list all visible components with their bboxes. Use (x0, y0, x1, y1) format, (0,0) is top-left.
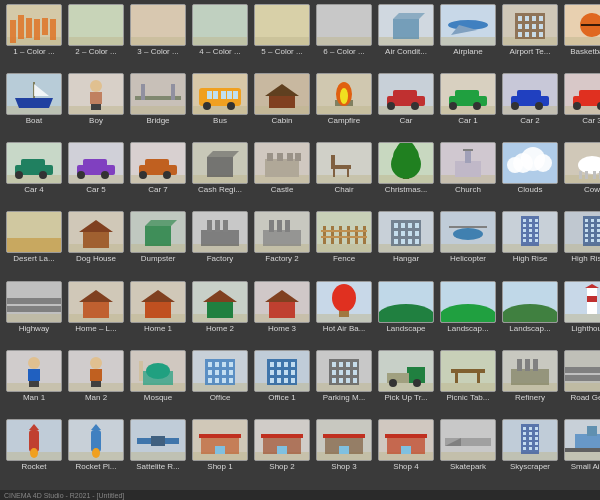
asset-item[interactable]: Home 1 (128, 281, 188, 348)
asset-item[interactable]: 5 – Color ... (252, 4, 312, 71)
svg-rect-316 (229, 362, 233, 367)
asset-item[interactable]: Clouds (500, 142, 560, 209)
asset-item[interactable]: Castle (252, 142, 312, 209)
asset-item[interactable]: Car 2 (500, 73, 560, 140)
svg-point-84 (387, 102, 395, 110)
asset-item[interactable]: Desert La... (4, 211, 64, 278)
asset-item[interactable]: Cash Regi... (190, 142, 250, 209)
svg-rect-233 (523, 239, 526, 242)
svg-rect-204 (408, 223, 412, 228)
asset-item[interactable]: 6 – Color ... (314, 4, 374, 71)
asset-item[interactable]: Helicopter (438, 211, 498, 278)
asset-item[interactable]: Cabin (252, 73, 312, 140)
asset-item[interactable]: Hot Air Ba... (314, 281, 374, 348)
asset-item[interactable]: Hangar (376, 211, 436, 278)
asset-thumbnail (192, 4, 248, 46)
asset-item[interactable]: Landscap... (438, 281, 498, 348)
asset-item[interactable]: Dumpster (128, 211, 188, 278)
svg-rect-29 (518, 16, 522, 21)
asset-label: Cow (563, 185, 600, 195)
asset-item[interactable]: Man 2 (66, 350, 126, 417)
svg-rect-33 (518, 24, 522, 29)
asset-item[interactable]: Home – L... (66, 281, 126, 348)
svg-point-90 (449, 102, 457, 110)
asset-item[interactable]: Air Condit... (376, 4, 436, 71)
asset-item[interactable]: Small Airp... (562, 419, 600, 486)
asset-item[interactable]: Shop 4 (376, 419, 436, 486)
asset-label: Airport Te... (501, 47, 559, 57)
asset-item[interactable]: Car (376, 73, 436, 140)
asset-item[interactable]: Office 1 (252, 350, 312, 417)
asset-thumbnail (440, 142, 496, 184)
asset-label: Helicopter (439, 254, 497, 264)
asset-item[interactable]: Boat (4, 73, 64, 140)
asset-item[interactable]: Highway (4, 281, 64, 348)
asset-item[interactable]: Car 3 (562, 73, 600, 140)
asset-item[interactable]: Landscap... (500, 281, 560, 348)
svg-rect-6 (42, 18, 48, 35)
asset-item[interactable]: Dog House (66, 211, 126, 278)
svg-rect-298 (28, 369, 40, 381)
asset-item[interactable]: Airplane (438, 4, 498, 71)
asset-item[interactable]: Factory 2 (252, 211, 312, 278)
asset-item[interactable]: Boy (66, 73, 126, 140)
svg-rect-187 (277, 220, 282, 232)
svg-rect-210 (394, 239, 398, 244)
asset-item[interactable]: Fence (314, 211, 374, 278)
asset-thumbnail (502, 73, 558, 115)
asset-item[interactable]: Rocket (4, 419, 64, 486)
asset-label: Office (191, 393, 249, 403)
asset-item[interactable]: Car 4 (4, 142, 64, 209)
asset-item[interactable]: Home 3 (252, 281, 312, 348)
svg-rect-107 (21, 159, 45, 167)
svg-rect-15 (255, 37, 309, 45)
asset-item[interactable]: Landscape (376, 281, 436, 348)
asset-item[interactable]: Parking M... (314, 350, 374, 417)
asset-item[interactable]: Shop 3 (314, 419, 374, 486)
asset-thumbnail (316, 419, 372, 461)
asset-item[interactable]: Church (438, 142, 498, 209)
asset-thumbnail (68, 419, 124, 461)
asset-item[interactable]: Road Gen... (562, 350, 600, 417)
asset-item[interactable]: 4 – Color ... (190, 4, 250, 71)
svg-point-360 (413, 379, 421, 387)
asset-item[interactable]: Skatepark (438, 419, 498, 486)
asset-item[interactable]: 3 – Color ... (128, 4, 188, 71)
svg-rect-205 (415, 223, 419, 228)
asset-item[interactable]: Car 1 (438, 73, 498, 140)
asset-item[interactable]: Airport Te... (500, 4, 560, 71)
asset-item[interactable]: Car 5 (66, 142, 126, 209)
asset-item[interactable]: Shop 1 (190, 419, 250, 486)
asset-item[interactable]: Christmas... (376, 142, 436, 209)
asset-item[interactable]: 2 – Color ... (66, 4, 126, 71)
asset-item[interactable]: 1 – Color ... (4, 4, 64, 71)
asset-item[interactable]: Picnic Tab... (438, 350, 498, 417)
asset-item[interactable]: Refinery (500, 350, 560, 417)
asset-thumbnail (6, 211, 62, 253)
asset-item[interactable]: Bridge (128, 73, 188, 140)
asset-item[interactable]: Skyscraper (500, 419, 560, 486)
asset-item[interactable]: Lighthous... (562, 281, 600, 348)
asset-item[interactable]: Shop 2 (252, 419, 312, 486)
asset-item[interactable]: Campfire (314, 73, 374, 140)
asset-thumbnail (6, 281, 62, 323)
asset-label: Factory (191, 254, 249, 264)
svg-rect-364 (455, 373, 458, 383)
asset-item[interactable]: Chair (314, 142, 374, 209)
asset-item[interactable]: Cow (562, 142, 600, 209)
asset-item[interactable]: Man 1 (4, 350, 64, 417)
asset-item[interactable]: Bus (190, 73, 250, 140)
asset-item[interactable]: Sattelite R... (128, 419, 188, 486)
asset-item[interactable]: High Rise (500, 211, 560, 278)
asset-item[interactable]: Rocket Pl... (66, 419, 126, 486)
asset-item[interactable]: Factory (190, 211, 250, 278)
asset-item[interactable]: Mosque (128, 350, 188, 417)
asset-item[interactable]: Pick Up Tr... (376, 350, 436, 417)
asset-item[interactable]: Home 2 (190, 281, 250, 348)
asset-item[interactable]: Basketball... (562, 4, 600, 71)
asset-thumbnail (440, 281, 496, 323)
asset-item[interactable]: High Rise 2 (562, 211, 600, 278)
asset-item[interactable]: Car 7 (128, 142, 188, 209)
asset-item[interactable]: Office (190, 350, 250, 417)
svg-rect-175 (145, 226, 171, 246)
